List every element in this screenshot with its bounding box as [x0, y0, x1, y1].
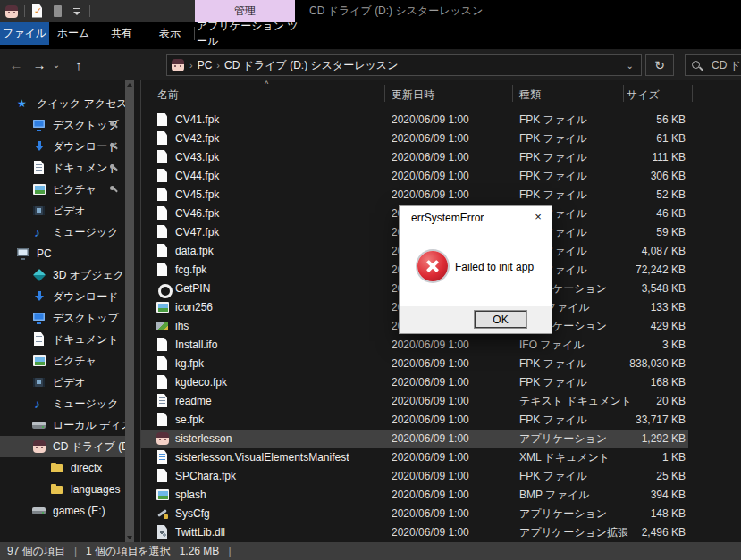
sidebar-item[interactable]: ドキュメント	[0, 329, 125, 350]
sidebar-item-icon	[32, 268, 46, 282]
table-row[interactable]: readme 2020/06/09 1:00 テキスト ドキュメント 20 KB	[141, 392, 688, 411]
sidebar-item-icon	[32, 397, 46, 411]
sidebar-item-label: CD ドライブ (D:) シスターレッスン	[53, 439, 125, 455]
sidebar-item[interactable]: ピクチャ	[0, 179, 125, 200]
sidebar-item[interactable]: 3D オブジェクト	[0, 264, 125, 286]
file-icon	[156, 225, 170, 239]
column-divider[interactable]	[512, 85, 513, 102]
file-name: splash	[175, 486, 206, 505]
sidebar-item[interactable]: デスクトップ	[0, 307, 125, 329]
file-icon	[156, 469, 170, 483]
table-row[interactable]: kg.fpk 2020/06/09 1:00 FPK ファイル 838,030 …	[141, 355, 688, 373]
table-row[interactable]: splash 2020/06/09 1:00 BMP ファイル 394 KB	[141, 486, 688, 505]
file-size: 429 KB	[651, 317, 686, 336]
table-row[interactable]: CV44.fpk 2020/06/09 1:00 FPK ファイル 306 KB	[141, 167, 688, 186]
column-header-name[interactable]: 名前	[157, 88, 179, 103]
file-size: 306 KB	[651, 167, 686, 186]
sidebar-item[interactable]: ドキュメント	[0, 157, 125, 179]
sidebar-item[interactable]: ダウンロード	[0, 136, 125, 157]
address-dropdown-icon[interactable]: ⌄	[623, 61, 637, 71]
file-size: 3 KB	[662, 336, 686, 355]
file-icon	[156, 113, 170, 127]
column-header-size[interactable]: サイズ	[627, 88, 660, 103]
sidebar-item-label: ミュージック	[53, 225, 118, 240]
column-headers: ^ 名前 更新日時 種類 サイズ	[141, 80, 741, 105]
breadcrumb-chevron-icon: ›	[189, 60, 193, 71]
sidebar-scrollbar[interactable]	[125, 80, 134, 542]
sidebar-item-icon	[16, 96, 30, 111]
column-divider[interactable]	[623, 85, 624, 102]
column-divider[interactable]	[384, 85, 385, 102]
sidebar-item[interactable]: デスクトップ	[0, 114, 125, 136]
table-row[interactable]: SysCfg 2020/06/09 1:00 アプリケーション 148 KB	[141, 505, 688, 523]
sidebar-item[interactable]: ミュージック	[0, 393, 125, 414]
search-input[interactable]: CD ド	[685, 54, 741, 76]
forward-button[interactable]: →	[29, 49, 50, 80]
sidebar-item[interactable]: ダウンロード	[0, 286, 125, 307]
sidebar-item[interactable]: ローカル ディスク (C:)	[0, 414, 125, 436]
breadcrumb-pc[interactable]: PC	[198, 59, 213, 71]
file-date: 2020/06/09 1:00	[392, 467, 469, 486]
sidebar-item[interactable]: PC	[0, 243, 125, 264]
sidebar-item-icon	[32, 332, 46, 347]
ok-button[interactable]: OK	[475, 311, 526, 328]
sidebar-item[interactable]: ビデオ	[0, 200, 125, 221]
table-row[interactable]: Install.ifo 2020/06/09 1:00 IFO ファイル 3 K…	[141, 336, 688, 355]
new-folder-icon[interactable]	[50, 4, 64, 19]
file-name: CV42.fpk	[175, 130, 219, 148]
file-name: sisterlesson	[175, 430, 232, 448]
table-row[interactable]: sisterlesson.VisualElementsManifest 2020…	[141, 448, 688, 467]
file-icon	[156, 413, 170, 427]
properties-check-icon[interactable]	[30, 4, 45, 19]
table-row[interactable]: CV45.fpk 2020/06/09 1:00 FPK ファイル 52 KB	[141, 186, 688, 205]
table-row[interactable]: kgdeco.fpk 2020/06/09 1:00 FPK ファイル 168 …	[141, 373, 688, 392]
table-row[interactable]: CV41.fpk 2020/06/09 1:00 FPK ファイル 56 KB	[141, 111, 688, 130]
tab-view[interactable]: 表示	[146, 22, 194, 45]
column-divider[interactable]	[692, 85, 693, 102]
sidebar-item[interactable]: ミュージック	[0, 221, 125, 243]
back-button[interactable]: ←	[5, 49, 27, 80]
sidebar-item-label: ピクチャ	[53, 182, 97, 197]
refresh-button[interactable]: ↻	[645, 54, 674, 76]
dialog-message: Failed to init app	[455, 261, 534, 273]
sidebar-item[interactable]: CD ドライブ (D:) シスターレッスン	[0, 436, 125, 457]
table-row[interactable]: TwittLib.dll 2020/06/09 1:00 アプリケーション拡張 …	[141, 523, 688, 542]
file-size: 46 KB	[656, 205, 686, 223]
up-button[interactable]: ↑	[68, 49, 89, 80]
table-row[interactable]: CV43.fpk 2020/06/09 1:00 FPK ファイル 111 KB	[141, 148, 688, 167]
address-bar[interactable]: › PC › CD ドライブ (D:) シスターレッスン ⌄	[166, 54, 642, 76]
file-icon	[156, 375, 170, 389]
sidebar-item[interactable]: クイック アクセス	[0, 93, 125, 114]
tab-home[interactable]: ホーム	[49, 22, 97, 45]
sidebar-item[interactable]: directx	[0, 457, 125, 479]
file-type: テキスト ドキュメント	[519, 392, 632, 411]
tab-share[interactable]: 共有	[97, 22, 146, 45]
file-size: 59 KB	[656, 223, 686, 242]
file-name: CV47.fpk	[175, 223, 219, 242]
table-row[interactable]: se.fpk 2020/06/09 1:00 FPK ファイル 33,717 K…	[141, 411, 688, 430]
table-row[interactable]: CV42.fpk 2020/06/09 1:00 FPK ファイル 61 KB	[141, 130, 688, 148]
sidebar-item-icon	[32, 354, 46, 368]
sidebar-item-label: ダウンロード	[53, 289, 118, 305]
file-size: 52 KB	[656, 186, 686, 205]
column-header-date[interactable]: 更新日時	[392, 88, 434, 103]
tab-file[interactable]: ファイル	[0, 22, 49, 45]
sidebar-item[interactable]: ピクチャ	[0, 350, 125, 372]
window-title: CD ドライブ (D:) シスターレッスン	[309, 0, 483, 22]
tab-application-tools[interactable]: アプリケーション ツール	[195, 22, 309, 45]
table-row[interactable]: sisterlesson 2020/06/09 1:00 アプリケーション 1,…	[141, 430, 688, 448]
breadcrumb-cd-drive[interactable]: CD ドライブ (D:) シスターレッスン	[224, 58, 398, 73]
close-icon[interactable]: ×	[530, 209, 546, 225]
sidebar-item[interactable]: languages	[0, 479, 125, 500]
table-row[interactable]: SPChara.fpk 2020/06/09 1:00 FPK ファイル 25 …	[141, 467, 688, 486]
sidebar-item[interactable]: games (E:)	[0, 500, 125, 522]
sidebar-item[interactable]: ビデオ	[0, 372, 125, 393]
selection-count: 1 個の項目を選択	[86, 544, 171, 559]
customize-toolbar-dropdown-icon[interactable]	[70, 4, 84, 19]
column-header-type[interactable]: 種類	[519, 88, 541, 103]
status-bar: 97 個の項目 | 1 個の項目を選択 1.26 MB |	[0, 542, 741, 560]
file-date: 2020/06/09 1:00	[392, 505, 469, 523]
file-type: アプリケーション	[519, 430, 607, 448]
location-icon	[171, 58, 185, 72]
recent-locations-dropdown-icon[interactable]: ⌄	[50, 49, 63, 80]
